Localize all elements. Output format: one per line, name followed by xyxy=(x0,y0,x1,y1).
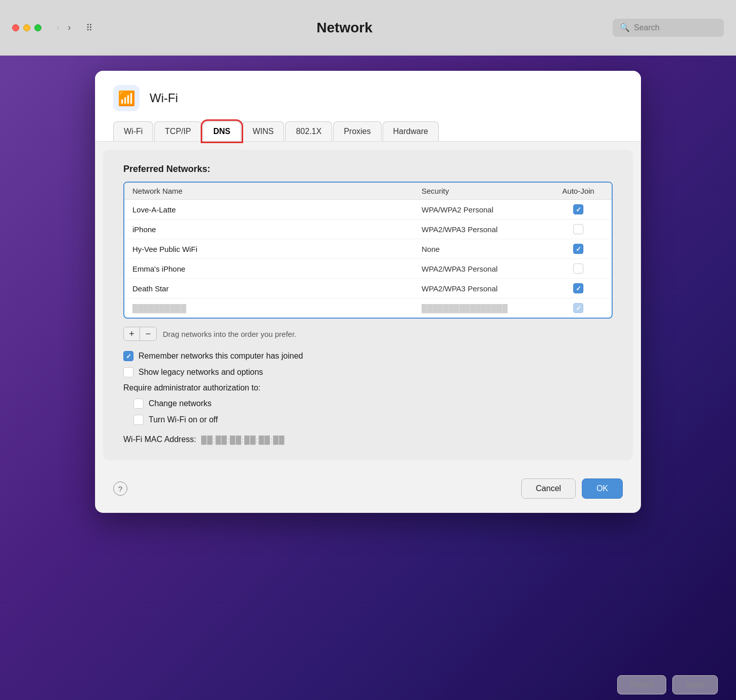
autojoin-cell xyxy=(553,204,604,214)
tab-proxies[interactable]: Proxies xyxy=(333,121,381,141)
network-security: WPA2/WPA3 Personal xyxy=(422,225,553,234)
autojoin-cell xyxy=(553,264,604,274)
table-row: Emma's iPhone WPA2/WPA3 Personal xyxy=(124,259,612,279)
turn-wifi-row: Turn Wi-Fi on or off xyxy=(133,415,613,425)
autojoin-checkbox[interactable] xyxy=(573,244,583,254)
search-icon: 🔍 xyxy=(620,23,630,32)
dialog: 📶 Wi-Fi Wi-Fi TCP/IP DNS WINS 802.1X Pro… xyxy=(95,71,641,513)
autojoin-cell-partial xyxy=(553,303,604,313)
change-networks-row: Change networks xyxy=(133,399,613,409)
tabs-bar: Wi-Fi TCP/IP DNS WINS 802.1X Proxies Har… xyxy=(95,121,641,142)
maximize-button[interactable] xyxy=(34,24,41,31)
traffic-lights xyxy=(12,24,41,31)
autojoin-cell xyxy=(553,224,604,234)
autojoin-checkbox[interactable] xyxy=(573,264,583,274)
autojoin-checkbox[interactable] xyxy=(573,224,583,234)
ok-button[interactable]: OK xyxy=(582,478,623,499)
show-legacy-checkbox[interactable] xyxy=(123,367,133,377)
turn-wifi-checkbox[interactable] xyxy=(133,415,144,425)
autojoin-cell xyxy=(553,283,604,293)
page-title: Network xyxy=(105,20,584,36)
dialog-footer: ? Cancel OK xyxy=(95,468,641,513)
remember-networks-label: Remember networks this computer has join… xyxy=(139,352,303,361)
networks-table: Network Name Security Auto-Join Love-A-L… xyxy=(123,182,613,319)
tab-hardware[interactable]: Hardware xyxy=(383,121,439,141)
tab-tcpip[interactable]: TCP/IP xyxy=(154,121,202,141)
autojoin-cell xyxy=(553,244,604,254)
table-row: iPhone WPA2/WPA3 Personal xyxy=(124,220,612,239)
remove-network-button[interactable]: − xyxy=(140,327,156,340)
add-network-button[interactable]: + xyxy=(124,327,140,340)
mac-label: Wi-Fi MAC Address: xyxy=(123,435,196,444)
back-button[interactable]: ‹ xyxy=(54,20,63,35)
footer-buttons: Cancel OK xyxy=(521,478,623,499)
tab-wifi[interactable]: Wi-Fi xyxy=(113,121,153,141)
revert-button[interactable]: Revert xyxy=(617,675,666,694)
table-controls: + − Drag networks into the order you pre… xyxy=(123,327,613,341)
col-header-autojoin: Auto-Join xyxy=(553,187,604,195)
search-box[interactable]: 🔍 xyxy=(613,19,724,37)
cancel-button[interactable]: Cancel xyxy=(521,478,576,499)
table-row: Love-A-Latte WPA/WPA2 Personal xyxy=(124,200,612,220)
close-button[interactable] xyxy=(12,24,19,31)
show-legacy-row: Show legacy networks and options xyxy=(123,367,613,377)
autojoin-checkbox[interactable] xyxy=(573,204,583,214)
col-header-name: Network Name xyxy=(132,187,422,195)
drag-hint: Drag networks into the order you prefer. xyxy=(163,330,296,338)
turn-wifi-label: Turn Wi-Fi on or off xyxy=(149,415,218,424)
remember-networks-row: Remember networks this computer has join… xyxy=(123,351,613,361)
admin-options: Change networks Turn Wi-Fi on or off xyxy=(123,399,613,425)
table-row: Hy-Vee Public WiFi None xyxy=(124,239,612,259)
wifi-heading: Wi-Fi xyxy=(150,91,178,105)
change-networks-label: Change networks xyxy=(149,399,212,408)
mac-value: ██:██:██:██:██:██ xyxy=(201,435,285,444)
minimize-button[interactable] xyxy=(23,24,30,31)
titlebar: ‹ › ⠿ Network 🔍 xyxy=(0,0,736,56)
table-header: Network Name Security Auto-Join xyxy=(124,183,612,200)
network-security: None xyxy=(422,245,553,253)
network-security: WPA2/WPA3 Personal xyxy=(422,265,553,273)
network-name: Death Star xyxy=(132,284,422,293)
col-header-security: Security xyxy=(422,187,553,195)
show-legacy-label: Show legacy networks and options xyxy=(139,368,263,377)
network-name: Love-A-Latte xyxy=(132,205,422,214)
network-security-partial: ████████████████ xyxy=(422,304,553,313)
bottom-bar: Revert Apply xyxy=(0,670,736,700)
mac-section: Wi-Fi MAC Address: ██:██:██:██:██:██ xyxy=(123,435,613,444)
network-security: WPA2/WPA3 Personal xyxy=(422,284,553,293)
tab-8021x[interactable]: 802.1X xyxy=(285,121,332,141)
forward-button[interactable]: › xyxy=(65,20,74,35)
wifi-icon: 📶 xyxy=(118,90,135,107)
network-name: iPhone xyxy=(132,225,422,234)
help-button[interactable]: ? xyxy=(113,482,127,496)
tab-wins[interactable]: WINS xyxy=(242,121,285,141)
autojoin-checkbox-partial[interactable] xyxy=(573,303,583,313)
autojoin-checkbox[interactable] xyxy=(573,283,583,293)
network-name: Hy-Vee Public WiFi xyxy=(132,245,422,253)
network-security: WPA/WPA2 Personal xyxy=(422,205,553,214)
network-name-partial: ██████████ xyxy=(132,304,422,313)
dialog-content: Preferred Networks: Network Name Securit… xyxy=(103,150,633,460)
search-input[interactable] xyxy=(634,23,717,32)
wifi-icon-container: 📶 xyxy=(113,85,140,111)
network-name: Emma's iPhone xyxy=(132,265,422,273)
change-networks-checkbox[interactable] xyxy=(133,399,144,409)
grid-button[interactable]: ⠿ xyxy=(82,20,97,35)
remember-networks-checkbox[interactable] xyxy=(123,351,133,361)
admin-section-title: Require administrator authorization to: xyxy=(123,383,613,392)
add-remove-group: + − xyxy=(123,327,157,341)
table-row-partial: ██████████ ████████████████ xyxy=(124,298,612,318)
table-row: Death Star WPA2/WPA3 Personal xyxy=(124,279,612,298)
preferred-networks-title: Preferred Networks: xyxy=(123,164,613,174)
apply-button[interactable]: Apply xyxy=(672,675,718,694)
nav-buttons: ‹ › xyxy=(54,20,74,35)
tab-dns[interactable]: DNS xyxy=(203,121,241,141)
dialog-header: 📶 Wi-Fi xyxy=(95,71,641,121)
main-area: 📶 Wi-Fi Wi-Fi TCP/IP DNS WINS 802.1X Pro… xyxy=(0,56,736,670)
